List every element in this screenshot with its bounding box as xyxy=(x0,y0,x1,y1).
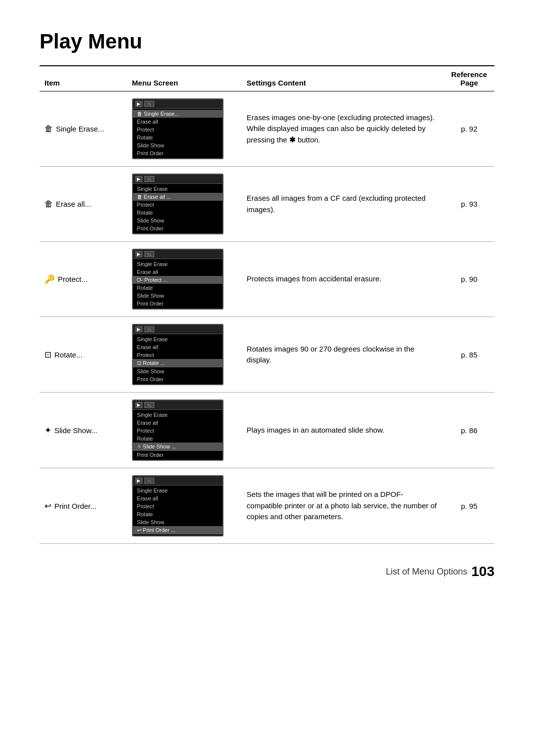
ref-col-erase-all: p. 93 xyxy=(444,167,494,242)
sort-icon: ↑↓ xyxy=(144,326,154,332)
menu-col-print-order: ▶ ↑↓ Single EraseErase allProtectRotateS… xyxy=(127,468,242,544)
lcd-menu-item: Rotate xyxy=(133,284,222,292)
settings-col-print-order: Sets the images that will be printed on … xyxy=(242,468,444,544)
lcd-topbar: ▶ ↑↓ xyxy=(133,99,222,109)
lcd-menu-list: Single EraseErase allProtectRotate✧ Slid… xyxy=(133,410,222,460)
lcd-menu-item: O- Protect ... xyxy=(133,276,222,284)
footer-label: List of Menu Options xyxy=(386,567,467,577)
ref-col-protect: p. 90 xyxy=(444,242,494,317)
play-icon: ▶ xyxy=(135,176,142,182)
play-icon: ▶ xyxy=(135,101,142,107)
page-title: Play Menu xyxy=(40,30,494,53)
play-icon: ▶ xyxy=(135,251,142,257)
play-icon: ▶ xyxy=(135,326,142,332)
lcd-topbar: ▶ ↑↓ xyxy=(133,250,222,259)
lcd-menu-item: Single Erase xyxy=(133,185,222,193)
settings-col-single-erase: Erases images one-by-one (excluding prot… xyxy=(242,91,444,167)
col-header-settings: Settings Content xyxy=(242,66,444,91)
sort-icon: ↑↓ xyxy=(144,176,154,182)
lcd-menu-list: Single EraseErase allO- Protect ...Rotat… xyxy=(133,259,222,309)
lcd-menu-list: 🗑 Single Erase...Erase allProtectRotateS… xyxy=(133,109,222,158)
col-header-menu-screen: Menu Screen xyxy=(127,66,242,91)
protect-icon: 🔑 xyxy=(44,274,55,284)
sort-icon: ↑↓ xyxy=(144,251,154,257)
lcd-menu-item: Slide Show xyxy=(133,518,222,526)
lcd-menu-item: Print Order xyxy=(133,451,222,459)
lcd-menu-item: Slide Show xyxy=(133,217,222,224)
item-col-rotate: ⊡Rotate... xyxy=(40,317,127,393)
sort-icon: ↑↓ xyxy=(144,402,154,408)
sort-icon: ↑↓ xyxy=(144,101,154,107)
lcd-menu-item: Slide Show xyxy=(133,141,222,149)
lcd-menu-item: Protect xyxy=(133,427,222,435)
play-icon: ▶ xyxy=(135,402,142,408)
lcd-screen-single-erase: ▶ ↑↓ 🗑 Single Erase...Erase allProtectRo… xyxy=(132,98,223,159)
menu-col-single-erase: ▶ ↑↓ 🗑 Single Erase...Erase allProtectRo… xyxy=(127,91,242,167)
star-icon: ✱ xyxy=(289,135,296,144)
play-icon: ▶ xyxy=(135,478,142,484)
lcd-menu-item: Rotate xyxy=(133,435,222,443)
lcd-menu-list: Single EraseErase allProtect⊡ Rotate ...… xyxy=(133,334,222,384)
lcd-menu-item: ↩ Print Order ... xyxy=(133,526,222,534)
lcd-menu-item: Erase all xyxy=(133,419,222,427)
lcd-menu-item: Slide Show xyxy=(133,292,222,300)
lcd-menu-item: 🗑 Single Erase... xyxy=(133,110,222,118)
ref-col-slide-show: p. 86 xyxy=(444,393,494,468)
single-erase-icon: 🗑 xyxy=(44,124,53,134)
lcd-menu-list: Single EraseErase allProtectRotateSlide … xyxy=(133,486,222,535)
lcd-menu-item: Print Order xyxy=(133,300,222,308)
settings-col-erase-all: Erases all images from a CF card (exclud… xyxy=(242,167,444,242)
lcd-menu-list: Single Erase🗑 Erase all ...ProtectRotate… xyxy=(133,184,222,233)
lcd-menu-item: Slide Show xyxy=(133,367,222,375)
settings-col-slide-show: Plays images in an automated slide show. xyxy=(242,393,444,468)
lcd-screen-rotate: ▶ ↑↓ Single EraseErase allProtect⊡ Rotat… xyxy=(132,324,223,385)
lcd-topbar: ▶ ↑↓ xyxy=(133,400,222,410)
lcd-menu-item: Single Erase xyxy=(133,487,222,494)
ref-col-rotate: p. 85 xyxy=(444,317,494,393)
lcd-menu-item: Single Erase xyxy=(133,335,222,343)
lcd-topbar: ▶ ↑↓ xyxy=(133,175,222,184)
lcd-menu-item: Single Erase xyxy=(133,411,222,419)
footer: List of Menu Options 103 xyxy=(40,564,494,579)
lcd-screen-slide-show: ▶ ↑↓ Single EraseErase allProtectRotate✧… xyxy=(132,400,223,461)
footer-page-num: 103 xyxy=(471,564,494,579)
table-row: 🔑Protect... ▶ ↑↓ Single EraseErase allO-… xyxy=(40,242,494,317)
single-erase-label: Single Erase... xyxy=(56,125,104,133)
lcd-menu-item: ✧ Slide Show ... xyxy=(133,443,222,451)
table-row: ↩Print Order... ▶ ↑↓ Single EraseErase a… xyxy=(40,468,494,544)
slide-show-icon: ✦ xyxy=(44,425,51,436)
lcd-topbar: ▶ ↑↓ xyxy=(133,325,222,334)
col-header-item: Item xyxy=(40,66,127,91)
erase-all-label: Erase all... xyxy=(56,200,91,208)
lcd-screen-protect: ▶ ↑↓ Single EraseErase allO- Protect ...… xyxy=(132,249,223,310)
table-row: 🗑Single Erase... ▶ ↑↓ 🗑 Single Erase...E… xyxy=(40,91,494,167)
item-col-erase-all: 🗑Erase all... xyxy=(40,167,127,242)
lcd-menu-item: Protect xyxy=(133,201,222,209)
rotate-label: Rotate... xyxy=(54,351,83,359)
print-order-label: Print Order... xyxy=(54,502,96,510)
lcd-menu-item: Erase all xyxy=(133,118,222,126)
item-col-slide-show: ✦Slide Show... xyxy=(40,393,127,468)
menu-col-protect: ▶ ↑↓ Single EraseErase allO- Protect ...… xyxy=(127,242,242,317)
lcd-menu-item: Rotate xyxy=(133,209,222,217)
print-order-icon: ↩ xyxy=(44,501,51,511)
menu-col-erase-all: ▶ ↑↓ Single Erase🗑 Erase all ...ProtectR… xyxy=(127,167,242,242)
col-header-reference: ReferencePage xyxy=(444,66,494,91)
settings-col-rotate: Rotates images 90 or 270 degrees clockwi… xyxy=(242,317,444,393)
lcd-menu-item: Protect xyxy=(133,502,222,510)
lcd-menu-item: Print Order xyxy=(133,375,222,383)
lcd-menu-item: Erase all xyxy=(133,268,222,276)
item-col-single-erase: 🗑Single Erase... xyxy=(40,91,127,167)
lcd-menu-item: ⊡ Rotate ... xyxy=(133,359,222,367)
table-row: ✦Slide Show... ▶ ↑↓ Single EraseErase al… xyxy=(40,393,494,468)
erase-all-icon: 🗑 xyxy=(44,199,53,209)
rotate-icon: ⊡ xyxy=(44,350,51,360)
slide-show-label: Slide Show... xyxy=(54,426,97,435)
table-row: ⊡Rotate... ▶ ↑↓ Single EraseErase allPro… xyxy=(40,317,494,393)
lcd-menu-item: Rotate xyxy=(133,133,222,141)
ref-col-print-order: p. 95 xyxy=(444,468,494,544)
protect-label: Protect... xyxy=(58,275,88,283)
menu-col-rotate: ▶ ↑↓ Single EraseErase allProtect⊡ Rotat… xyxy=(127,317,242,393)
play-menu-table: Item Menu Screen Settings Content Refere… xyxy=(40,65,494,544)
lcd-menu-item: 🗑 Erase all ... xyxy=(133,193,222,201)
